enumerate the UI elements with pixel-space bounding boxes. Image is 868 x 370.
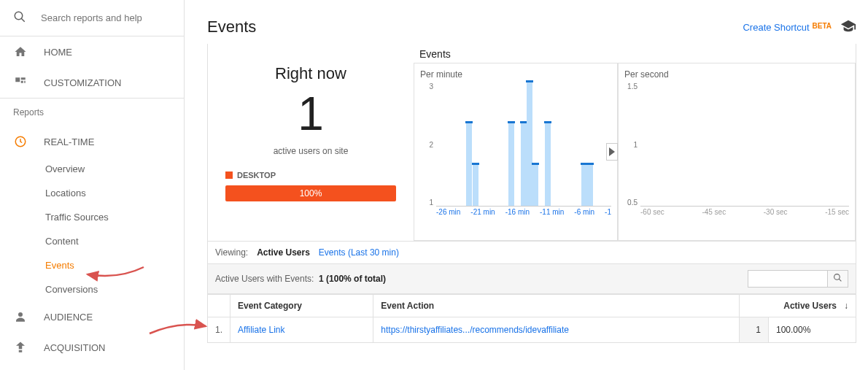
nav-realtime[interactable]: REAL-TIME bbox=[0, 126, 184, 157]
nav-acquisition-label: ACQUISITION bbox=[44, 342, 106, 353]
viewing-active-users[interactable]: Active Users bbox=[257, 247, 310, 258]
svg-line-1 bbox=[21, 18, 25, 22]
device-bar: 100% bbox=[225, 185, 396, 201]
th-category[interactable]: Event Category bbox=[230, 295, 373, 317]
page-title: Events bbox=[207, 18, 256, 36]
main: Events Create ShortcutBETA Right now 1 a… bbox=[195, 0, 868, 370]
search-row bbox=[0, 0, 184, 36]
home-icon bbox=[13, 45, 28, 58]
table-filter-input[interactable] bbox=[748, 270, 828, 288]
sort-down-icon: ↓ bbox=[844, 301, 848, 311]
nav-conversions[interactable]: Conversions bbox=[0, 277, 184, 301]
table-row: 1.Affiliate Linkhttps://thirstyaffiliate… bbox=[208, 317, 856, 343]
nav-overview[interactable]: Overview bbox=[0, 157, 184, 181]
svg-point-7 bbox=[18, 312, 23, 317]
nav-audience-label: AUDIENCE bbox=[44, 312, 93, 323]
per-minute-chart: Per minute 321 -26 min-21 min-16 min-11 … bbox=[414, 63, 618, 241]
cell-action[interactable]: https://thirstyaffiliates.../recommends/… bbox=[373, 317, 740, 343]
nav-content[interactable]: Content bbox=[0, 229, 184, 253]
svg-rect-8 bbox=[19, 350, 23, 352]
dashboard-icon bbox=[13, 76, 28, 89]
th-active-users[interactable]: Active Users ↓ bbox=[740, 295, 856, 317]
svg-rect-4 bbox=[21, 81, 23, 83]
th-action[interactable]: Event Action bbox=[373, 295, 740, 317]
chart-expand-button[interactable] bbox=[606, 143, 618, 161]
svg-point-9 bbox=[834, 274, 840, 280]
nav-customization[interactable]: CUSTOMIZATION bbox=[0, 67, 184, 98]
cell-count: 1 bbox=[740, 317, 769, 343]
per-second-chart: Per second 1.510.5 -60 sec-45 sec-30 sec… bbox=[618, 63, 856, 241]
search-input[interactable] bbox=[41, 12, 165, 23]
share-icon bbox=[13, 341, 28, 354]
create-shortcut-link[interactable]: Create ShortcutBETA bbox=[743, 22, 832, 33]
per-second-label: Per second bbox=[624, 69, 849, 80]
graduation-cap-icon[interactable] bbox=[840, 18, 856, 36]
summary-text: Active Users with Events: 1 (100% of tot… bbox=[215, 274, 386, 284]
viewing-row: Viewing: Active Users Events (Last 30 mi… bbox=[207, 242, 856, 263]
nav-acquisition[interactable]: ACQUISITION bbox=[0, 332, 184, 363]
viewing-events-30[interactable]: Events (Last 30 min) bbox=[319, 247, 399, 258]
search-icon bbox=[13, 10, 29, 26]
nav-home-label: HOME bbox=[44, 47, 72, 58]
cell-category[interactable]: Affiliate Link bbox=[230, 317, 373, 343]
nav-audience[interactable]: AUDIENCE bbox=[0, 301, 184, 332]
cell-pct: 100.00% bbox=[769, 317, 856, 343]
sidebar: HOME CUSTOMIZATION Reports REAL-TIME Ove… bbox=[0, 0, 185, 370]
svg-rect-5 bbox=[24, 81, 26, 83]
device-label: DESKTOP bbox=[225, 171, 396, 180]
person-icon bbox=[13, 310, 28, 323]
nav-home[interactable]: HOME bbox=[0, 36, 184, 67]
rightnow-sub: active users on site bbox=[208, 146, 414, 156]
charts-title: Events bbox=[414, 44, 856, 63]
per-minute-label: Per minute bbox=[420, 69, 611, 80]
clock-icon bbox=[13, 135, 28, 148]
svg-rect-2 bbox=[15, 77, 20, 82]
charts-panel: Events Per minute 321 -26 min-21 min-16 … bbox=[414, 44, 856, 241]
table-filter-button[interactable] bbox=[828, 270, 848, 288]
svg-rect-3 bbox=[21, 77, 26, 80]
nav-traffic[interactable]: Traffic Sources bbox=[0, 205, 184, 229]
page-header: Events Create ShortcutBETA bbox=[207, 0, 856, 44]
nav-realtime-label: REAL-TIME bbox=[44, 136, 94, 147]
nav-customization-label: CUSTOMIZATION bbox=[44, 77, 121, 88]
svg-line-10 bbox=[839, 279, 841, 281]
rightnow-count: 1 bbox=[208, 90, 414, 137]
nav-events[interactable]: Events bbox=[0, 253, 184, 277]
rightnow-panel: Right now 1 active users on site DESKTOP… bbox=[208, 44, 414, 241]
reports-label: Reports bbox=[0, 99, 184, 126]
events-table: Event Category Event Action Active Users… bbox=[207, 294, 856, 343]
rightnow-title: Right now bbox=[208, 64, 414, 83]
nav-locations[interactable]: Locations bbox=[0, 181, 184, 205]
summary-row: Active Users with Events: 1 (100% of tot… bbox=[207, 263, 856, 294]
svg-point-0 bbox=[15, 12, 23, 20]
viewing-label: Viewing: bbox=[215, 247, 248, 258]
